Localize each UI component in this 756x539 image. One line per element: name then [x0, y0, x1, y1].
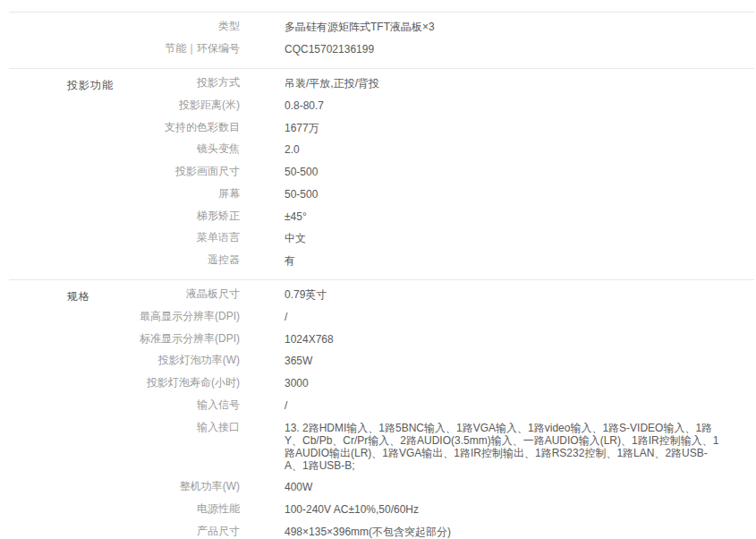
spec-value: 3000	[285, 377, 309, 389]
spec-value: 0.8-80.7	[285, 99, 324, 112]
spec-value: 400W	[285, 481, 312, 493]
spec-label: 遥控器	[9, 254, 240, 266]
spec-label: 电源性能	[9, 503, 240, 515]
spec-row: 电源性能 100-240V AC±10%,50/60Hz	[9, 499, 754, 521]
spec-label: 投影灯泡功率(W)	[9, 355, 240, 366]
spec-section-category: 规格	[67, 289, 90, 304]
spec-label: 节能｜环保编号	[9, 43, 240, 55]
spec-value: /	[285, 311, 287, 323]
spec-label: 输入接口	[9, 422, 240, 433]
spec-value: 498×135×396mm(不包含突起部分)	[285, 526, 451, 538]
spec-section-rows: 类型 多晶硅有源矩阵式TFT液晶板×3 节能｜环保编号 CQC157021361…	[9, 16, 754, 61]
spec-value: 吊装/平放,正投/背投	[285, 77, 379, 90]
spec-section: 类型 多晶硅有源矩阵式TFT液晶板×3 节能｜环保编号 CQC157021361…	[9, 12, 754, 68]
spec-row: 投影灯泡寿命(小时) 3000	[9, 372, 754, 395]
spec-row: 整机功率(W) 400W	[9, 476, 754, 499]
spec-value: 2.0	[285, 143, 300, 156]
spec-label: 产品尺寸	[9, 526, 240, 537]
spec-value: 365W	[285, 355, 312, 367]
spec-section: 规格 液晶板尺寸 0.79英寸 最高显示分辨率(DPI) / 标准显示分辨率(D…	[9, 279, 754, 539]
spec-section-rows: 液晶板尺寸 0.79英寸 最高显示分辨率(DPI) / 标准显示分辨率(DPI)…	[9, 284, 754, 539]
spec-label: 支持的色彩数目	[9, 122, 240, 133]
spec-label: 投影方式	[9, 77, 240, 89]
spec-value: 中文	[285, 232, 306, 244]
spec-label: 投影灯泡寿命(小时)	[9, 377, 240, 389]
spec-value: ±45°	[285, 210, 307, 223]
spec-row: 标准显示分辨率(DPI) 1024X768	[9, 328, 754, 350]
spec-value: 100-240V AC±10%,50/60Hz	[285, 503, 419, 516]
spec-row: 投影画面尺寸 50-500	[9, 161, 754, 184]
spec-value: 0.79英寸	[285, 288, 327, 301]
spec-row: 节能｜环保编号 CQC15702136199	[9, 38, 754, 61]
spec-label: 投影距离(米)	[9, 99, 240, 111]
spec-row: 遥控器 有	[9, 250, 754, 272]
spec-label: 液晶板尺寸	[9, 288, 240, 300]
spec-label: 整机功率(W)	[9, 481, 240, 492]
spec-row: 输入接口 13. 2路HDMI输入、1路5BNC输入、1路VGA输入、1路vid…	[9, 416, 754, 476]
spec-label: 类型	[9, 21, 240, 32]
spec-label: 镜头变焦	[9, 143, 240, 155]
spec-value: 50-500	[285, 188, 318, 201]
spec-value: 1677万	[285, 122, 319, 134]
spec-value: 50-500	[285, 166, 318, 178]
spec-row: 产品尺寸 498×135×396mm(不包含突起部分)	[9, 521, 754, 539]
spec-value: 有	[285, 254, 295, 267]
spec-row: 投影距离(米) 0.8-80.7	[9, 94, 754, 116]
spec-label: 输入信号	[9, 399, 240, 411]
spec-row: 投影灯泡功率(W) 365W	[9, 350, 754, 372]
spec-value: 13. 2路HDMI输入、1路5BNC输入、1路VGA输入、1路video输入、…	[285, 422, 725, 472]
spec-row: 屏幕 50-500	[9, 183, 754, 205]
spec-value: CQC15702136199	[285, 43, 374, 56]
spec-row: 镜头变焦 2.0	[9, 139, 754, 161]
spec-row: 输入信号 /	[9, 395, 754, 417]
spec-label: 投影画面尺寸	[9, 166, 240, 177]
product-spec-table: 类型 多晶硅有源矩阵式TFT液晶板×3 节能｜环保编号 CQC157021361…	[0, 0, 756, 539]
spec-value: 多晶硅有源矩阵式TFT液晶板×3	[285, 21, 435, 33]
spec-row: 支持的色彩数目 1677万	[9, 116, 754, 139]
spec-label: 标准显示分辨率(DPI)	[9, 333, 240, 345]
spec-section-category: 投影功能	[67, 78, 114, 93]
spec-row: 液晶板尺寸 0.79英寸	[9, 284, 754, 306]
spec-value: /	[285, 399, 287, 412]
spec-section: 投影功能 投影方式 吊装/平放,正投/背投 投影距离(米) 0.8-80.7 支…	[9, 68, 754, 279]
spec-row: 梯形矫正 ±45°	[9, 205, 754, 227]
spec-row: 最高显示分辨率(DPI) /	[9, 305, 754, 328]
spec-row: 类型 多晶硅有源矩阵式TFT液晶板×3	[9, 16, 754, 38]
spec-value: 1024X768	[285, 333, 334, 346]
spec-row: 菜单语言 中文	[9, 227, 754, 250]
spec-row: 投影方式 吊装/平放,正投/背投	[9, 73, 754, 95]
spec-label: 屏幕	[9, 188, 240, 200]
spec-label: 梯形矫正	[9, 210, 240, 222]
spec-label: 最高显示分辨率(DPI)	[9, 311, 240, 322]
spec-label: 菜单语言	[9, 232, 240, 244]
spec-section-rows: 投影方式 吊装/平放,正投/背投 投影距离(米) 0.8-80.7 支持的色彩数…	[9, 73, 754, 272]
